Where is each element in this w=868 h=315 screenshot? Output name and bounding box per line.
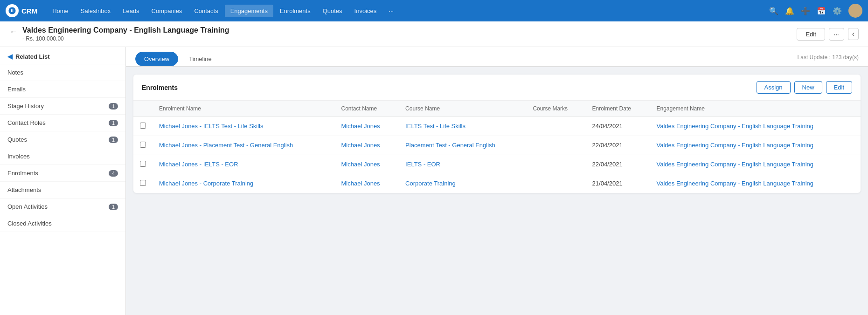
table-row: Michael Jones - Corporate Training Micha…	[133, 174, 861, 193]
sidebar-item-quotes[interactable]: Quotes 1	[0, 131, 125, 148]
row-contact-name-2: Michael Jones	[335, 155, 399, 174]
contact-roles-badge: 1	[109, 120, 118, 126]
row-enrolment-name-2: Michael Jones - IELTS - EOR	[153, 155, 335, 174]
enrolments-table: Enrolment Name Contact Name Course Name …	[133, 101, 861, 193]
edit-enrolments-button[interactable]: Edit	[826, 81, 852, 94]
header-left: ← Valdes Engineering Company - English L…	[9, 26, 229, 42]
edit-button[interactable]: Edit	[797, 28, 825, 41]
enrolments-title: Enrolments	[142, 84, 178, 91]
sidebar-item-attachments[interactable]: Attachments	[0, 182, 125, 199]
nav-right: 🔍 🔔 ➕ 📅 ⚙️	[769, 4, 862, 18]
checkbox-1[interactable]	[140, 142, 146, 148]
checkbox-0[interactable]	[140, 123, 146, 129]
nav-item-home[interactable]: Home	[47, 5, 74, 17]
sidebar-section-title: ◀ Related List	[0, 47, 125, 64]
sidebar-item-enrolments[interactable]: Enrolments 4	[0, 165, 125, 182]
row-engagement-name-2: Valdes Engineering Company - English Lan…	[650, 155, 861, 174]
sidebar-item-closed-activities[interactable]: Closed Activities	[0, 215, 125, 232]
sidebar-item-stage-history[interactable]: Stage History 1	[0, 98, 125, 115]
add-icon[interactable]: ➕	[801, 7, 810, 15]
enrolment-name-link-3[interactable]: Michael Jones - Corporate Training	[159, 180, 253, 187]
sidebar: ◀ Related List Notes Emails Stage Histor…	[0, 47, 126, 315]
row-contact-name-0: Michael Jones	[335, 117, 399, 136]
col-checkbox	[133, 101, 153, 117]
sidebar-item-contact-roles[interactable]: Contact Roles 1	[0, 115, 125, 131]
calendar-icon[interactable]: 📅	[817, 7, 826, 15]
sidebar-item-invoices[interactable]: Invoices	[0, 148, 125, 165]
row-course-marks-0	[526, 117, 585, 136]
enrolments-badge: 4	[109, 170, 118, 177]
sidebar-item-emails[interactable]: Emails	[0, 81, 125, 98]
contact-name-link-3[interactable]: Michael Jones	[341, 180, 380, 187]
table-row: Michael Jones - IELTS - EOR Michael Jone…	[133, 155, 861, 174]
user-avatar[interactable]	[848, 4, 862, 18]
search-icon[interactable]: 🔍	[769, 7, 778, 15]
contact-name-link-0[interactable]: Michael Jones	[341, 123, 380, 130]
nav-logo[interactable]: CRM	[6, 4, 37, 17]
engagement-name-link-3[interactable]: Valdes Engineering Company - English Lan…	[657, 180, 814, 187]
header-right: Edit ··· ‹	[797, 28, 859, 41]
checkbox-2[interactable]	[140, 161, 146, 167]
nav-item-companies[interactable]: Companies	[146, 5, 188, 17]
table-row: Michael Jones - Placement Test - General…	[133, 136, 861, 155]
nav-item-enrolments[interactable]: Enrolments	[274, 5, 316, 17]
nav-item-invoices[interactable]: Invoices	[349, 5, 382, 17]
quotes-badge: 1	[109, 137, 118, 143]
engagement-name-link-0[interactable]: Valdes Engineering Company - English Lan…	[657, 123, 814, 130]
row-checkbox-3[interactable]	[133, 174, 153, 193]
course-name-link-3[interactable]: Corporate Training	[405, 180, 456, 187]
row-checkbox-0[interactable]	[133, 117, 153, 136]
row-course-name-1: Placement Test - General English	[399, 136, 526, 155]
course-name-link-2[interactable]: IELTS - EOR	[405, 161, 440, 168]
checkbox-3[interactable]	[140, 180, 146, 186]
course-name-link-1[interactable]: Placement Test - General English	[405, 142, 495, 149]
content-area: Overview Timeline Last Update : 123 day(…	[126, 47, 868, 315]
crm-logo-icon	[6, 4, 19, 17]
collapse-button[interactable]: ‹	[848, 28, 859, 40]
nav-item-quotes[interactable]: Quotes	[317, 5, 348, 17]
more-button[interactable]: ···	[829, 28, 844, 41]
engagement-name-link-2[interactable]: Valdes Engineering Company - English Lan…	[657, 161, 814, 168]
contact-name-link-2[interactable]: Michael Jones	[341, 161, 380, 168]
nav-item-engagements[interactable]: Engagements	[225, 5, 273, 17]
sidebar-item-notes[interactable]: Notes	[0, 64, 125, 81]
col-course-name: Course Name	[399, 101, 526, 117]
nav-item-salesinbox[interactable]: SalesInbox	[75, 5, 116, 17]
main-layout: ◀ Related List Notes Emails Stage Histor…	[0, 47, 868, 315]
assign-button[interactable]: Assign	[757, 81, 791, 94]
row-course-marks-3	[526, 174, 585, 193]
page-title: Valdes Engineering Company - English Lan…	[22, 26, 229, 34]
enrolment-name-link-0[interactable]: Michael Jones - IELTS Test - Life Skills	[159, 123, 264, 130]
settings-icon[interactable]: ⚙️	[833, 7, 842, 15]
col-contact-name: Contact Name	[335, 101, 399, 117]
tabs: Overview Timeline	[135, 52, 221, 66]
nav-item-more[interactable]: ···	[383, 5, 399, 17]
enrolment-name-link-2[interactable]: Michael Jones - IELTS - EOR	[159, 161, 238, 168]
row-contact-name-1: Michael Jones	[335, 136, 399, 155]
tab-timeline[interactable]: Timeline	[180, 52, 221, 66]
nav-item-leads[interactable]: Leads	[117, 5, 145, 17]
contact-name-link-1[interactable]: Michael Jones	[341, 142, 380, 149]
nav-item-contacts[interactable]: Contacts	[188, 5, 223, 17]
engagement-name-link-1[interactable]: Valdes Engineering Company - English Lan…	[657, 142, 814, 149]
row-checkbox-2[interactable]	[133, 155, 153, 174]
row-enrolment-name-1: Michael Jones - Placement Test - General…	[153, 136, 335, 155]
row-enrolment-name-0: Michael Jones - IELTS Test - Life Skills	[153, 117, 335, 136]
new-button[interactable]: New	[794, 81, 822, 94]
tabs-bar: Overview Timeline Last Update : 123 day(…	[126, 47, 868, 67]
course-name-link-0[interactable]: IELTS Test - Life Skills	[405, 123, 465, 130]
pin-icon: ◀	[7, 53, 13, 60]
row-enrolment-date-2: 22/04/2021	[586, 155, 650, 174]
back-button[interactable]: ←	[9, 27, 18, 37]
bell-icon[interactable]: 🔔	[785, 7, 794, 15]
row-checkbox-1[interactable]	[133, 136, 153, 155]
row-course-marks-1	[526, 136, 585, 155]
row-course-name-3: Corporate Training	[399, 174, 526, 193]
row-contact-name-3: Michael Jones	[335, 174, 399, 193]
sidebar-item-open-activities[interactable]: Open Activities 1	[0, 199, 125, 215]
tab-overview[interactable]: Overview	[135, 52, 178, 66]
enrolment-name-link-1[interactable]: Michael Jones - Placement Test - General…	[159, 142, 293, 149]
col-course-marks: Course Marks	[526, 101, 585, 117]
nav-logo-text: CRM	[21, 7, 37, 15]
row-enrolment-date-3: 21/04/2021	[586, 174, 650, 193]
